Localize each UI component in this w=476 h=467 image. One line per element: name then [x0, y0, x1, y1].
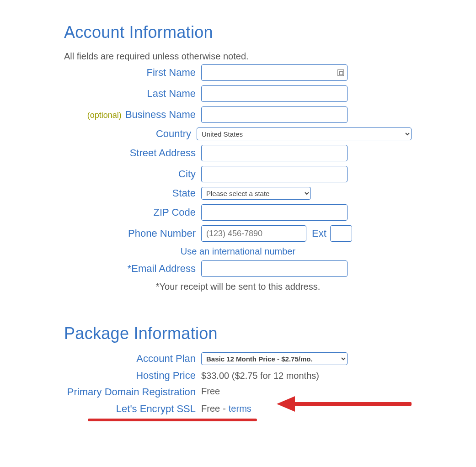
row-business-name: (optional) Business Name	[0, 106, 412, 123]
package-info-heading: Package Information	[64, 324, 476, 343]
zip-input[interactable]	[201, 204, 348, 221]
optional-tag: (optional)	[87, 111, 122, 120]
ext-label: Ext	[312, 228, 326, 239]
ext-input[interactable]	[330, 225, 352, 242]
first-name-input[interactable]	[201, 64, 348, 81]
label-primary-domain: Primary Domain Registration	[0, 386, 201, 398]
account-form: First Name Last Name (optional) Business…	[0, 64, 412, 292]
row-city: City	[0, 166, 412, 182]
row-last-name: Last Name	[0, 85, 412, 102]
label-hosting-price: Hosting Price	[0, 370, 201, 382]
intl-number-link[interactable]: Use an international number	[181, 246, 295, 256]
account-info-heading: Account Information	[64, 23, 476, 42]
row-first-name: First Name	[0, 64, 412, 81]
row-country: Country United States	[0, 127, 412, 140]
street-input[interactable]	[201, 145, 348, 161]
row-zip: ZIP Code	[0, 204, 412, 221]
annotation-underline	[88, 419, 257, 421]
row-ssl: Let's Encrypt SSL Free - terms	[0, 403, 412, 415]
label-zip: ZIP Code	[0, 207, 201, 218]
hosting-price-value: $33.00 ($2.75 for 12 months)	[201, 371, 319, 381]
label-business-name: (optional) Business Name	[0, 109, 201, 121]
row-street: Street Address	[0, 145, 412, 161]
label-street: Street Address	[0, 147, 201, 159]
label-email: *Email Address	[0, 263, 201, 275]
ssl-sep: -	[223, 403, 226, 414]
required-note: All fields are required unless otherwise…	[64, 51, 476, 62]
state-select[interactable]: Please select a state	[201, 187, 311, 200]
ssl-value: Free - terms	[201, 403, 251, 414]
row-hosting-price: Hosting Price $33.00 ($2.75 for 12 month…	[0, 370, 412, 382]
country-select[interactable]: United States	[197, 127, 412, 140]
last-name-input[interactable]	[201, 85, 348, 102]
business-name-input[interactable]	[201, 106, 348, 123]
intl-number-row: Use an international number	[0, 246, 476, 257]
package-form: Account Plan Basic 12 Month Price - $2.7…	[0, 352, 412, 415]
label-ssl: Let's Encrypt SSL	[0, 403, 201, 415]
label-state: State	[0, 187, 201, 199]
email-input[interactable]	[201, 260, 348, 277]
phone-input[interactable]	[201, 225, 306, 242]
label-first-name: First Name	[0, 67, 201, 79]
label-city: City	[0, 168, 201, 180]
label-last-name: Last Name	[0, 88, 201, 100]
row-email: *Email Address	[0, 260, 412, 277]
label-phone: Phone Number	[0, 228, 201, 239]
row-phone: Phone Number Ext	[0, 225, 412, 242]
autofill-contact-icon	[337, 69, 344, 76]
label-account-plan: Account Plan	[0, 353, 201, 365]
row-primary-domain: Primary Domain Registration Free	[0, 386, 412, 398]
primary-domain-value: Free	[201, 386, 220, 397]
account-plan-select[interactable]: Basic 12 Month Price - $2.75/mo.	[201, 352, 348, 365]
row-account-plan: Account Plan Basic 12 Month Price - $2.7…	[0, 352, 412, 365]
row-state: State Please select a state	[0, 187, 412, 200]
label-country: Country	[0, 128, 197, 140]
ssl-free: Free	[201, 403, 220, 414]
city-input[interactable]	[201, 166, 348, 182]
business-name-text: Business Name	[125, 109, 196, 120]
email-note: *Your receipt will be sent to this addre…	[0, 281, 476, 292]
ssl-terms-link[interactable]: terms	[229, 403, 251, 414]
